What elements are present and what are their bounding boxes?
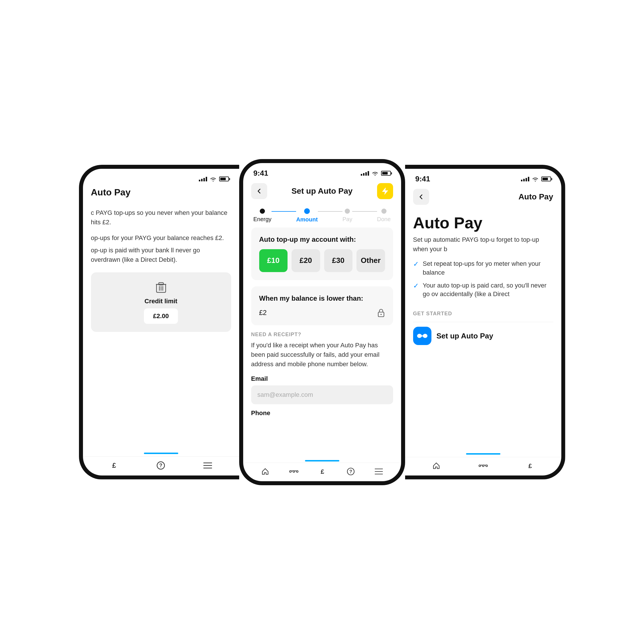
trash-icon-container (154, 280, 168, 294)
email-input[interactable]: sam@example.com (251, 385, 393, 404)
left-status-icons (199, 177, 229, 182)
left-nav-help[interactable]: ? (156, 461, 165, 470)
back-arrow-icon (256, 188, 262, 194)
check-item-1: ✓ Set repeat top-ups for yo meter when y… (413, 259, 553, 277)
pound-icon: £ (110, 461, 118, 470)
left-sub1: op-ups for your PAYG your balance reache… (91, 233, 231, 243)
right-checklist: ✓ Set repeat top-ups for yo meter when y… (405, 259, 561, 303)
step-label-pay: Pay (342, 216, 352, 223)
step-line-3 (352, 211, 377, 212)
lightning-icon (382, 187, 389, 195)
left-page-title: Auto Pay (91, 187, 231, 198)
step-done: Done (377, 209, 391, 223)
step-amount: Amount (296, 208, 318, 223)
center-nav-pound[interactable]: £ (318, 467, 326, 475)
right-nav-home[interactable] (432, 462, 440, 470)
center-nav-menu[interactable] (375, 468, 383, 475)
right-nav-header: Auto Pay (405, 184, 561, 209)
step-label-amount: Amount (296, 216, 318, 223)
chart-icon (289, 468, 298, 475)
right-nav-title: Auto Pay (518, 192, 553, 201)
svg-point-24 (482, 465, 484, 467)
right-signal-icon (521, 177, 529, 181)
balance-card: When my balance is lower than: £2 (251, 286, 393, 325)
left-content: c PAYG top-ups so you never when your ba… (83, 202, 239, 338)
right-pound-icon: £ (526, 462, 534, 470)
battery-icon (219, 177, 229, 181)
svg-text:£: £ (321, 468, 324, 475)
center-phone: 9:41 (239, 159, 405, 485)
center-help-icon: ? (347, 467, 355, 475)
lightning-button[interactable] (377, 183, 393, 199)
progress-steps: Energy Amount Pay Done (243, 204, 401, 227)
step-line-1 (272, 211, 296, 212)
amount-btn-30[interactable]: £30 (324, 249, 353, 272)
credit-section: Credit limit £2.00 (91, 272, 231, 332)
left-desc1: c PAYG top-ups so you never when your ba… (91, 208, 231, 227)
right-bottom-nav: £ (405, 457, 561, 475)
right-hero-desc: Set up automatic PAYG top-u forget to to… (413, 235, 553, 254)
check-text-2: Your auto top-up is paid card, so you'll… (423, 281, 553, 299)
right-wifi-icon (532, 177, 538, 182)
check-mark-1: ✓ (413, 260, 419, 268)
infinity-icon-container (413, 327, 431, 345)
svg-text:?: ? (159, 463, 163, 468)
signal-icon (199, 177, 207, 181)
center-pound-icon: £ (318, 467, 326, 475)
step-dot-pay (345, 209, 350, 214)
left-nav-menu[interactable] (203, 462, 212, 469)
center-wifi-icon (372, 171, 378, 176)
balance-card-title: When my balance is lower than: (259, 294, 385, 302)
svg-point-23 (479, 465, 481, 467)
step-label-done: Done (377, 216, 391, 223)
topup-card: Auto top-up my account with: £10 £20 £30… (251, 227, 393, 280)
center-content: Auto top-up my account with: £10 £20 £30… (243, 227, 401, 455)
right-phone: 9:41 (405, 165, 565, 479)
help-icon: ? (156, 461, 165, 470)
svg-point-13 (381, 314, 382, 315)
svg-point-16 (296, 471, 298, 472)
amount-btn-10[interactable]: £10 (259, 249, 288, 272)
step-dot-amount (304, 208, 310, 214)
svg-text:£: £ (528, 462, 532, 469)
left-page-title-area: Auto Pay (83, 184, 239, 202)
right-nav-chart[interactable] (479, 463, 488, 469)
center-status-time: 9:41 (253, 169, 268, 178)
credit-label: Credit limit (144, 298, 177, 305)
amount-buttons: £10 £20 £30 Other (259, 249, 385, 272)
email-field-label: Email (251, 375, 393, 383)
setup-autopay-button[interactable]: Set up Auto Pay (413, 327, 553, 345)
topup-card-title: Auto top-up my account with: (259, 235, 385, 243)
center-nav-chart[interactable] (289, 468, 298, 475)
right-status-time: 9:41 (415, 175, 430, 183)
step-line-2 (318, 211, 342, 212)
right-status-icons (521, 177, 551, 182)
step-label-energy: Energy (253, 216, 272, 223)
svg-point-25 (486, 465, 488, 467)
center-nav-title: Set up Auto Pay (292, 187, 353, 196)
right-back-button[interactable] (413, 189, 429, 205)
check-text-1: Set repeat top-ups for yo meter when you… (423, 259, 553, 277)
phone-field-label: Phone (251, 409, 393, 417)
back-button[interactable] (251, 183, 267, 199)
step-pay: Pay (342, 209, 352, 223)
step-dot-energy (260, 209, 265, 214)
center-nav-home[interactable] (261, 467, 269, 475)
left-sub2: op-up is paid with your bank ll never go… (91, 245, 231, 264)
center-battery-icon (381, 171, 391, 176)
center-nav-help[interactable]: ? (347, 467, 355, 475)
setup-btn-label: Set up Auto Pay (437, 332, 493, 340)
center-menu-icon (375, 468, 383, 475)
balance-row: £2 (259, 308, 385, 317)
center-status-icons (361, 171, 391, 176)
bottom-indicator (144, 453, 178, 454)
lock-icon (377, 308, 385, 317)
left-bottom-nav: £ ? (83, 456, 239, 475)
check-item-2: ✓ Your auto top-up is paid card, so you'… (413, 281, 553, 299)
right-nav-pound[interactable]: £ (526, 462, 534, 470)
svg-point-14 (290, 471, 291, 472)
amount-btn-20[interactable]: £20 (292, 249, 320, 272)
amount-btn-other[interactable]: Other (356, 249, 385, 272)
credit-value: £2.00 (144, 308, 178, 324)
left-nav-pound[interactable]: £ (110, 461, 118, 470)
